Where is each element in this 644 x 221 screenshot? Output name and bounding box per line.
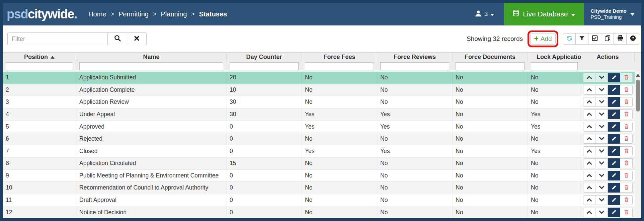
move-down-button[interactable] [595, 73, 608, 82]
force-fees-filter-input[interactable] [305, 62, 374, 70]
breadcrumb-item-permitting[interactable]: Permitting [118, 10, 149, 18]
pencil-icon [612, 87, 617, 93]
edit-button[interactable] [608, 134, 620, 144]
delete-button[interactable] [620, 183, 633, 193]
move-down-button[interactable] [595, 146, 608, 156]
delete-button[interactable] [620, 208, 633, 217]
move-up-button[interactable] [583, 134, 595, 144]
column-header-position[interactable]: Position [3, 53, 76, 61]
table-row[interactable]: 12 Notice of Decision 0 No No No No [3, 206, 635, 219]
move-up-button[interactable] [583, 109, 595, 119]
delete-button[interactable] [620, 146, 633, 156]
breadcrumb-item-planning[interactable]: Planning [161, 10, 187, 18]
delete-button[interactable] [620, 109, 633, 119]
table-row[interactable]: 4 Under Appeal 30 Yes Yes No Yes [3, 108, 635, 121]
vertical-scrollbar[interactable] [635, 72, 641, 219]
delete-button[interactable] [620, 73, 633, 82]
move-down-button[interactable] [595, 183, 608, 193]
print-button[interactable] [614, 33, 627, 45]
account-menu[interactable]: Citywide Demo PSD_Training [584, 8, 641, 20]
move-up-button[interactable] [583, 85, 595, 95]
delete-button[interactable] [620, 171, 633, 180]
table-row[interactable]: 9 Public Meeting of Planning & Environme… [3, 170, 635, 182]
force-reviews-filter-input[interactable] [380, 62, 449, 70]
table-row[interactable]: 6 Rejected 0 No No No No [3, 133, 635, 145]
cell-lock-application: No [528, 157, 581, 169]
delete-button[interactable] [620, 195, 633, 205]
column-header-name[interactable]: Name [76, 53, 227, 61]
breadcrumb-item-statuses[interactable]: Statuses [199, 10, 227, 18]
edit-button[interactable] [608, 73, 620, 82]
move-up-button[interactable] [583, 73, 595, 82]
copy-button[interactable] [601, 33, 614, 45]
table-row[interactable]: 5 Approved 0 Yes Yes No Yes [3, 121, 635, 133]
move-up-button[interactable] [583, 183, 595, 193]
edit-button[interactable] [608, 97, 620, 107]
column-select-button[interactable] [588, 33, 601, 45]
edit-button[interactable] [608, 146, 620, 156]
move-up-button[interactable] [583, 146, 595, 156]
force-documents-filter-input[interactable] [456, 62, 525, 70]
edit-button[interactable] [608, 171, 620, 180]
filter-columns-button[interactable] [576, 33, 588, 45]
move-down-button[interactable] [595, 122, 608, 132]
move-up-button[interactable] [583, 158, 595, 168]
cell-position: 2 [3, 84, 76, 96]
edit-button[interactable] [608, 122, 620, 132]
row-action-group [583, 97, 633, 107]
move-up-button[interactable] [583, 171, 595, 180]
lock-application-filter-input[interactable] [531, 62, 578, 70]
move-up-button[interactable] [583, 122, 595, 132]
edit-button[interactable] [608, 208, 620, 217]
move-up-button[interactable] [583, 97, 595, 107]
table-row[interactable]: 1 Application Submitted 20 No No No No [3, 72, 635, 84]
move-down-button[interactable] [595, 171, 608, 180]
delete-button[interactable] [620, 158, 633, 168]
scroll-up-icon[interactable] [636, 74, 640, 77]
edit-button[interactable] [608, 183, 620, 193]
filter-input[interactable] [7, 32, 108, 45]
column-header-force-fees[interactable]: Force Fees [302, 53, 377, 61]
table-row[interactable]: 2 Application Complete 10 No No No No [3, 84, 635, 96]
table-row[interactable]: 3 Application Review 30 No No No No [3, 96, 635, 108]
move-down-button[interactable] [595, 109, 608, 119]
delete-button[interactable] [620, 85, 633, 95]
column-header-force-reviews[interactable]: Force Reviews [377, 53, 453, 61]
move-up-button[interactable] [583, 208, 595, 217]
position-filter-input[interactable] [6, 62, 73, 70]
delete-button[interactable] [620, 97, 633, 107]
breadcrumb-item-home[interactable]: Home [88, 10, 106, 18]
table-row[interactable]: 11 Draft Approval 0 No No No No [3, 194, 635, 207]
delete-button[interactable] [620, 134, 633, 144]
move-down-button[interactable] [595, 195, 608, 205]
move-down-button[interactable] [595, 85, 608, 95]
column-header-force-documents[interactable]: Force Documents [453, 53, 528, 61]
user-menu[interactable]: 3 [475, 10, 494, 18]
move-down-button[interactable] [595, 158, 608, 168]
live-database-button[interactable]: Live Database [504, 3, 584, 25]
edit-button[interactable] [608, 195, 620, 205]
edit-button[interactable] [608, 85, 620, 95]
table-row[interactable]: 8 Application Circulated 15 No No No No [3, 157, 635, 170]
scrollbar-thumb[interactable] [636, 80, 640, 112]
help-button[interactable]: ? [627, 33, 639, 45]
column-header-day-counter[interactable]: Day Counter [227, 53, 302, 61]
edit-button[interactable] [608, 109, 620, 119]
delete-button[interactable] [620, 122, 633, 132]
table-row[interactable]: 10 Recommendation of Council to Approval… [3, 182, 635, 194]
table-row[interactable]: 7 Closed 0 Yes Yes No Yes [3, 145, 635, 157]
chevron-down-icon [599, 198, 604, 203]
move-down-button[interactable] [595, 208, 608, 217]
day-counter-filter-input[interactable] [230, 62, 299, 70]
add-button[interactable]: + Add [530, 33, 556, 45]
name-filter-input[interactable] [79, 62, 223, 70]
search-button[interactable] [108, 32, 127, 45]
clear-filter-button[interactable] [127, 32, 147, 45]
column-header-lock-application[interactable]: Lock Application [528, 53, 581, 61]
refresh-button[interactable] [563, 33, 576, 45]
move-up-button[interactable] [583, 195, 595, 205]
move-down-button[interactable] [595, 97, 608, 107]
move-down-button[interactable] [595, 134, 608, 144]
edit-button[interactable] [608, 158, 620, 168]
cell-name: Application Complete [76, 84, 227, 96]
